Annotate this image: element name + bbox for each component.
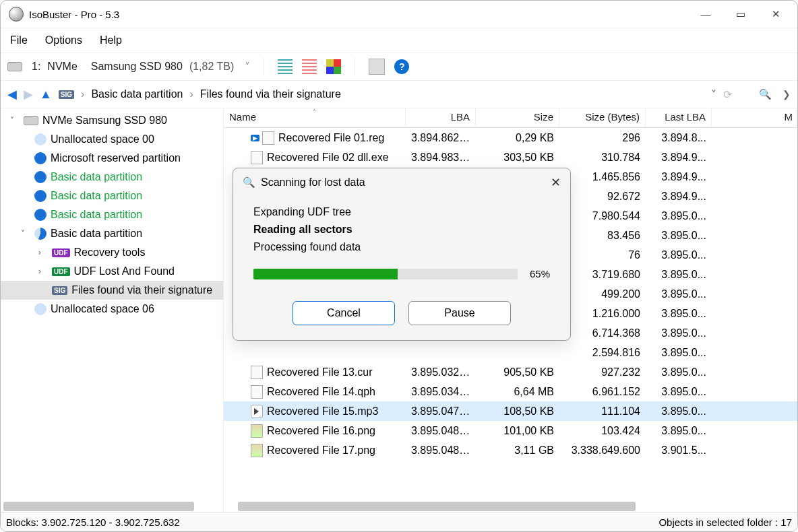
dialog-title: Scanning for lost data: [261, 176, 365, 189]
cell-size: 101,00 KB: [476, 425, 559, 437]
col-size[interactable]: Size: [476, 108, 559, 127]
close-button[interactable]: ✕: [758, 2, 793, 26]
cell-bytes: 111.104: [559, 405, 646, 418]
separator: [355, 58, 355, 75]
device-tree[interactable]: ˅ NVMe Samsung SSD 980 Unallocated space…: [1, 108, 224, 515]
cell-size: 108,50 KB: [476, 405, 559, 418]
cell-lba: 3.894.862....: [406, 132, 476, 144]
cell-last-lba: 3.895.0...: [646, 386, 712, 398]
status-bar: Blocks: 3.902.725.120 - 3.902.725.632 Ob…: [1, 512, 797, 531]
refresh-icon[interactable]: ⟳: [723, 88, 732, 101]
tree-hscrollbar[interactable]: [3, 502, 220, 512]
help-icon[interactable]: ?: [394, 59, 409, 74]
tree-item[interactable]: Basic data partition: [1, 168, 223, 187]
cell-size: 0,29 KB: [476, 132, 559, 144]
menu-help[interactable]: Help: [100, 34, 122, 46]
cell-last-lba: 3.895.0...: [646, 308, 712, 320]
device-selector[interactable]: 1: NVMe Samsung SSD 980 (1,82 TB) ˅: [32, 61, 250, 73]
table-row[interactable]: Recovered File 13.cur 3.895.032.... 905,…: [224, 362, 797, 382]
minimize-button[interactable]: ―: [688, 2, 723, 26]
tree-root[interactable]: ˅ NVMe Samsung SSD 980: [1, 111, 223, 130]
view-list-icon[interactable]: [278, 59, 293, 74]
menu-file[interactable]: File: [10, 34, 28, 46]
tree-subitem-label: Recovery tools: [74, 246, 146, 259]
file-icon: [251, 366, 263, 379]
tree-item-label: Unallocated space 06: [51, 303, 154, 315]
tree-item[interactable]: Basic data partition: [1, 205, 223, 224]
file-icon: [262, 131, 274, 145]
table-row[interactable]: Recovered File 17.png 3.895.048.... 3,11…: [224, 440, 797, 460]
tree-item[interactable]: Unallocated space 00: [1, 130, 223, 149]
table-row[interactable]: Recovered File 14.qph 3.895.034.... 6,64…: [224, 382, 797, 401]
list-hscrollbar[interactable]: [226, 502, 795, 512]
maximize-button[interactable]: ▭: [723, 2, 758, 26]
breadcrumb-seg-2[interactable]: Files found via their signature: [200, 88, 341, 100]
cell-bytes: 7.980.544: [559, 210, 646, 222]
breadcrumb[interactable]: › Basic data partition › Files found via…: [81, 88, 732, 101]
breadcrumb-seg-1[interactable]: Basic data partition: [91, 88, 183, 100]
col-name[interactable]: ˄Name: [224, 108, 406, 127]
file-name: Recovered File 13.cur: [267, 366, 373, 378]
title-bar: IsoBuster - Pro - 5.3 ― ▭ ✕: [1, 1, 797, 28]
cancel-button[interactable]: Cancel: [293, 301, 395, 325]
tree-subitem-label: Files found via their signature: [71, 284, 212, 296]
col-size-bytes[interactable]: Size (Bytes): [559, 108, 646, 127]
arrow-badge-icon: ▶: [251, 135, 259, 141]
view-icons-icon[interactable]: [326, 59, 341, 74]
search-icon[interactable]: 🔍: [759, 88, 772, 100]
tree-subitem[interactable]: ›UDFUDF Lost And Found: [1, 262, 223, 281]
menu-options[interactable]: Options: [45, 34, 82, 46]
cell-bytes: 103.424: [559, 425, 646, 437]
cell-lba: 3.895.032....: [406, 366, 476, 378]
tree-item[interactable]: Microsoft reserved partition: [1, 149, 223, 168]
cell-bytes: 3.719.680: [559, 269, 646, 281]
cell-bytes: 76: [559, 249, 646, 261]
pie-icon: [34, 303, 47, 315]
chevron-down-icon[interactable]: ˅: [711, 88, 716, 101]
window-title: IsoBuster - Pro - 5.3: [29, 9, 119, 20]
pause-button[interactable]: Pause: [408, 301, 511, 325]
save-icon[interactable]: [369, 59, 385, 75]
chevron-right-icon[interactable]: ❯: [782, 89, 791, 100]
disk-icon: [24, 116, 38, 125]
cell-last-lba: 3.895.0...: [646, 230, 712, 242]
nav-back-icon[interactable]: ◀: [7, 87, 17, 102]
sig-badge-icon: SIG: [59, 90, 74, 99]
scan-dialog: 🔍 Scanning for lost data ✕ Expanding UDF…: [233, 168, 571, 341]
expand-icon[interactable]: ›: [38, 248, 48, 257]
collapse-icon[interactable]: ˅: [10, 116, 20, 125]
tree-item[interactable]: Basic data partition: [1, 187, 223, 205]
dialog-step-2: Reading all sectors: [253, 224, 550, 236]
file-icon: [251, 385, 263, 399]
table-row[interactable]: Recovered File 15.mp3 3.895.047.... 108,…: [224, 401, 797, 421]
col-lba[interactable]: LBA: [406, 108, 476, 127]
app-window: IsoBuster - Pro - 5.3 ― ▭ ✕ File Options…: [0, 0, 798, 532]
menu-bar: File Options Help: [1, 28, 797, 53]
view-details-icon[interactable]: [302, 59, 317, 74]
tree-item[interactable]: ˅Basic data partition: [1, 224, 223, 243]
tree-subitem[interactable]: ›UDFRecovery tools: [1, 243, 223, 262]
cell-bytes: 6.961.152: [559, 386, 646, 398]
tree-item[interactable]: Unallocated space 06: [1, 300, 223, 319]
file-name: Recovered File 17.png: [267, 444, 375, 457]
collapse-icon[interactable]: ˅: [21, 229, 30, 238]
nav-up-icon[interactable]: ▲: [40, 88, 52, 102]
pie-icon: [34, 152, 47, 164]
col-m[interactable]: M: [712, 108, 797, 127]
search-icon: 🔍: [243, 176, 255, 189]
expand-icon[interactable]: ›: [38, 267, 48, 276]
table-row[interactable]: Recovered File 02 dll.exe 3.894.983.... …: [224, 147, 797, 167]
column-headers[interactable]: ˄Name LBA Size Size (Bytes) Last LBA M: [224, 108, 797, 128]
sort-asc-icon: ˄: [313, 108, 316, 116]
cell-last-lba: 3.895.0...: [646, 249, 712, 261]
file-name: Recovered File 14.qph: [267, 386, 375, 398]
col-last-lba[interactable]: Last LBA: [646, 108, 712, 127]
cell-last-lba: 3.895.0...: [646, 288, 712, 300]
table-row[interactable]: Recovered File 16.png 3.895.048.... 101,…: [224, 421, 797, 440]
nav-forward-icon: ▶: [24, 87, 33, 102]
dialog-close-button[interactable]: ✕: [551, 175, 561, 190]
cell-last-lba: 3.901.5...: [646, 444, 712, 457]
table-row[interactable]: 2.594.816 3.895.0...: [224, 343, 797, 362]
tree-subitem[interactable]: SIGFiles found via their signature: [1, 281, 223, 300]
table-row[interactable]: ▶Recovered File 01.reg 3.894.862.... 0,2…: [224, 128, 797, 147]
